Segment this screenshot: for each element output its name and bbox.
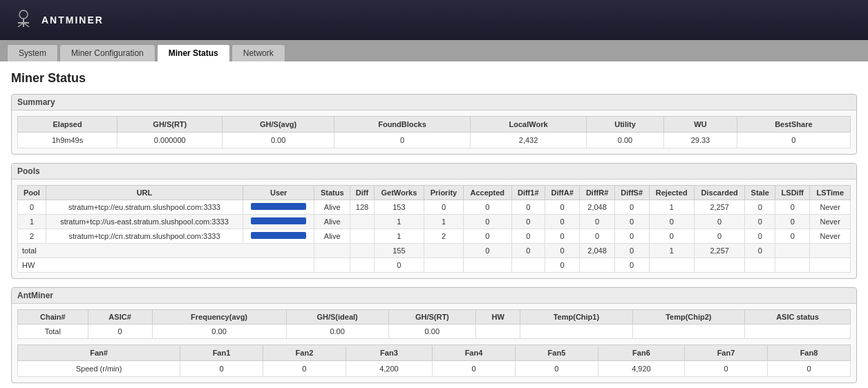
pool-2-getworks: 1: [374, 229, 424, 244]
pool-2-url: stratum+tcp://cn.stratum.slushpool.com:3…: [46, 229, 243, 244]
chain-total-chain: Total: [18, 324, 88, 339]
pool-row-0: 0 stratum+tcp://eu.stratum.slushpool.com…: [18, 200, 851, 215]
fan-speed-label: Speed (r/min): [18, 361, 180, 377]
summary-header-utility: Utility: [586, 117, 663, 133]
pool-total-getworks: 155: [374, 244, 424, 258]
pool-total-row: total 155 0 0 0 2,048 0 1 2,257 0: [18, 244, 851, 258]
chain-total-freq: 0.00: [152, 324, 286, 339]
pool-0-priority: 0: [424, 200, 463, 215]
chain-header-temp1: Temp(Chip1): [520, 310, 632, 324]
pool-2-status: Alive: [314, 229, 350, 244]
fan-speed-fan2: 0: [263, 361, 346, 377]
pool-0-diffr: 2,048: [580, 200, 614, 215]
pool-2-stale: 0: [745, 229, 775, 244]
pool-2-priority: 2: [424, 229, 463, 244]
fan-speed-fan8: 0: [767, 361, 850, 377]
logo-text: ANTMINER: [41, 14, 104, 26]
fan-speed-fan4: 0: [433, 361, 516, 377]
pool-1-rejected: 0: [649, 215, 694, 229]
chain-total-ghs-ideal: 0.00: [286, 324, 388, 339]
pools-header-stale: Stale: [745, 186, 775, 200]
pools-header-user: User: [243, 186, 314, 200]
fan-header-fan8: Fan8: [767, 345, 850, 361]
summary-header-wu: WU: [664, 117, 737, 133]
chain-header-freq: Frequency(avg): [152, 310, 286, 324]
pool-2-user-redacted: [251, 232, 306, 239]
pools-header-getworks: GetWorks: [374, 186, 424, 200]
pool-2-discarded: 0: [694, 229, 745, 244]
pool-total-diffa: 0: [545, 244, 579, 258]
pool-2-diff1: 0: [511, 229, 545, 244]
pool-1-user-redacted: [251, 217, 306, 224]
fan-header-fan5: Fan5: [515, 345, 598, 361]
pools-legend: Pools: [12, 164, 856, 180]
pool-total-lsdiff: [775, 244, 810, 258]
pool-1-status: Alive: [314, 215, 350, 229]
pools-header-pool: Pool: [18, 186, 46, 200]
fan-header-fan1: Fan1: [180, 345, 263, 361]
pool-total-diff: [350, 244, 375, 258]
pools-inner: Pool URL User Status Diff GetWorks Prior…: [12, 180, 856, 278]
header: ANTMINER: [0, 0, 868, 40]
pool-hw-diffs: 0: [614, 258, 649, 273]
pool-0-rejected: 1: [649, 200, 694, 215]
summary-row: 1h9m49s 0.000000 0.00 0 2,432 0.00 29.33…: [18, 133, 851, 148]
pool-0-user: [243, 200, 314, 215]
chain-header-asic-status: ASIC status: [745, 310, 851, 324]
logo-area: ANTMINER: [11, 8, 104, 32]
chain-total-asic-status: [745, 324, 851, 339]
tab-network[interactable]: Network: [232, 44, 285, 61]
tab-system[interactable]: System: [7, 44, 58, 61]
pools-header-accepted: Accepted: [464, 186, 511, 200]
tab-miner-status[interactable]: Miner Status: [157, 44, 230, 61]
chain-header-chain: Chain#: [18, 310, 88, 324]
pool-hw-row: HW 0 0 0: [18, 258, 851, 273]
pool-2-diffa: 0: [545, 229, 579, 244]
pool-total-priority: [424, 244, 463, 258]
pool-2-rejected: 0: [649, 229, 694, 244]
pool-0-pool: 0: [18, 200, 46, 215]
pool-hw-discarded: [694, 258, 745, 273]
pool-0-diffa: 0: [545, 200, 579, 215]
fan-speed-row: Speed (r/min) 0 0 4,200 0 0 4,920 0 0: [18, 361, 851, 377]
pool-hw-stale: [745, 258, 775, 273]
summary-found-blocks: 0: [334, 133, 470, 148]
pool-hw-diffr: [580, 258, 614, 273]
fan-speed-fan6: 4,920: [598, 361, 684, 377]
pools-header-diffr: DiffR#: [580, 186, 614, 200]
pool-0-diff: 128: [350, 200, 375, 215]
fan-header-fan7: Fan7: [685, 345, 768, 361]
summary-header-ghs-avg: GH/S(avg): [223, 117, 334, 133]
main-content: Miner Status Summary Elapsed GH/S(RT) GH…: [0, 61, 868, 388]
pool-2-pool: 2: [18, 229, 46, 244]
pool-1-diffs: 0: [614, 215, 649, 229]
pool-hw-rejected: [649, 258, 694, 273]
pool-1-lstime: Never: [810, 215, 851, 229]
summary-header-local-work: LocalWork: [471, 117, 587, 133]
summary-utility: 0.00: [586, 133, 663, 148]
summary-header-elapsed: Elapsed: [18, 117, 117, 133]
chain-total-temp1: [520, 324, 632, 339]
pool-total-accepted: 0: [464, 244, 511, 258]
fan-header-fan3: Fan3: [346, 345, 432, 361]
tab-miner-configuration[interactable]: Miner Configuration: [59, 44, 155, 61]
pool-0-diffs: 0: [614, 200, 649, 215]
summary-inner: Elapsed GH/S(RT) GH/S(avg) FoundBlocks L…: [12, 110, 856, 154]
pool-hw-accepted: [464, 258, 511, 273]
page-title: Miner Status: [11, 71, 857, 86]
summary-section: Summary Elapsed GH/S(RT) GH/S(avg) Found…: [11, 94, 857, 155]
pool-hw-diff1: [511, 258, 545, 273]
pool-0-lsdiff: 0: [775, 200, 810, 215]
svg-point-0: [19, 10, 28, 19]
pool-1-pool: 1: [18, 215, 46, 229]
pool-1-user: [243, 215, 314, 229]
fan-speed-fan3: 4,200: [346, 361, 432, 377]
pool-1-diff: [350, 215, 375, 229]
chain-row-total: Total 0 0.00 0.00 0.00: [18, 324, 851, 339]
fan-header-fan2: Fan2: [263, 345, 346, 361]
pool-hw-val1: [314, 258, 350, 273]
chain-total-ghs-rt: 0.00: [388, 324, 476, 339]
antminer-inner: Chain# ASIC# Frequency(avg) GH/S(ideal) …: [12, 304, 856, 382]
chain-total-asic: 0: [88, 324, 152, 339]
pool-1-getworks: 1: [374, 215, 424, 229]
